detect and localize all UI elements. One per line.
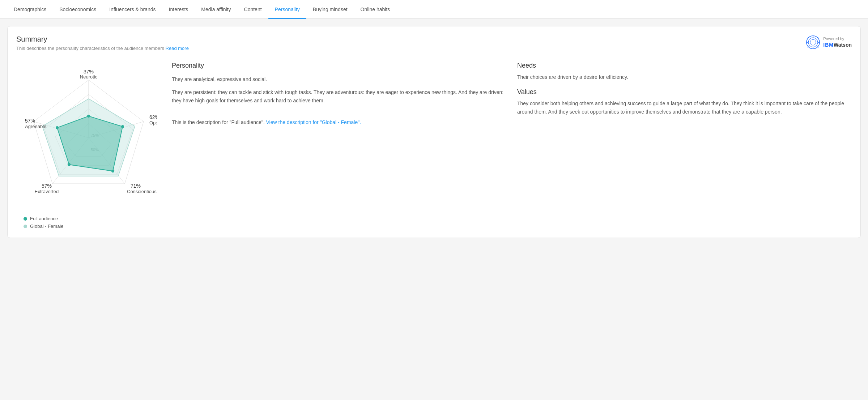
nav-interests[interactable]: Interests <box>162 0 195 19</box>
read-more-link[interactable]: Read more <box>166 46 189 51</box>
radar-chart: 75% 50% <box>20 58 157 210</box>
personality-divider <box>172 112 506 112</box>
nav-demographics[interactable]: Demographics <box>7 0 53 19</box>
label-neurotic-pct: 37% <box>84 69 94 75</box>
summary-card: Summary This describes the personality c… <box>7 26 861 238</box>
label-neurotic: Neurotic <box>80 74 98 80</box>
radar-point-open <box>121 125 124 128</box>
summary-title: Summary <box>16 35 189 43</box>
needs-values-column: Needs Their choices are driven by a desi… <box>517 62 852 229</box>
ibm-watson-logo: Powered by IBMWatson <box>806 35 852 50</box>
radar-point-conscientious <box>111 170 114 173</box>
personality-section-title: Personality <box>172 62 506 69</box>
radar-point-neurotic <box>87 115 90 118</box>
personality-text-2: They are persistent: they can tackle and… <box>172 88 506 105</box>
nav-buying-mindset[interactable]: Buying mindset <box>306 0 354 19</box>
label-extraverted: Extraverted <box>35 189 59 194</box>
personality-text-1: They are analytical, expressive and soci… <box>172 75 506 83</box>
nav-socioeconomics[interactable]: Socioeconomics <box>53 0 103 19</box>
legend-full-audience: Full audience <box>24 216 63 221</box>
footer-text: This is the description for "Full audien… <box>172 119 506 125</box>
label-open-pct: 62% <box>149 114 157 120</box>
label-agreeable-pct: 57% <box>25 118 35 124</box>
main-content: Summary This describes the personality c… <box>0 19 868 245</box>
nav-media-affinity[interactable]: Media affinity <box>195 0 237 19</box>
radar-point-extraverted <box>68 163 71 166</box>
label-conscientious-pct: 71% <box>131 183 141 189</box>
needs-text: Their choices are driven by a desire for… <box>517 73 852 81</box>
navigation-bar: Demographics Socioeconomics Influencers … <box>0 0 868 19</box>
ibm-watson-icon <box>806 35 820 50</box>
label-extraverted-pct: 57% <box>42 183 52 189</box>
needs-title: Needs <box>517 62 852 69</box>
right-panel: Personality They are analytical, express… <box>172 58 852 229</box>
content-area: 75% 50% <box>16 58 852 229</box>
svg-point-2 <box>810 39 816 45</box>
nav-content[interactable]: Content <box>238 0 268 19</box>
radar-point-agreeable <box>56 126 59 129</box>
legend-dot-full <box>24 217 27 221</box>
values-title: Values <box>517 88 852 96</box>
personality-column: Personality They are analytical, express… <box>172 62 506 229</box>
legend-dot-global <box>24 225 27 228</box>
label-conscientious: Conscientious <box>127 189 157 194</box>
chart-legend: Full audience Global - Female <box>16 216 63 229</box>
radar-chart-container: 75% 50% <box>16 58 161 229</box>
ibm-watson-text: Powered by IBMWatson <box>823 36 852 49</box>
values-text: They consider both helping others and ac… <box>517 99 852 116</box>
summary-description: This describes the personality character… <box>16 46 189 51</box>
label-agreeable: Agreeable <box>25 124 46 129</box>
nav-influencers[interactable]: Influencers & brands <box>103 0 162 19</box>
card-header: Summary This describes the personality c… <box>16 35 852 51</box>
nav-online-habits[interactable]: Online habits <box>354 0 397 19</box>
summary-header-text: Summary This describes the personality c… <box>16 35 189 51</box>
label-open: Open <box>149 120 157 125</box>
svg-point-1 <box>808 38 818 47</box>
footer-link[interactable]: View the description for "Global - Femal… <box>266 119 361 125</box>
nav-personality[interactable]: Personality <box>268 0 306 19</box>
legend-global-female: Global - Female <box>24 224 63 229</box>
